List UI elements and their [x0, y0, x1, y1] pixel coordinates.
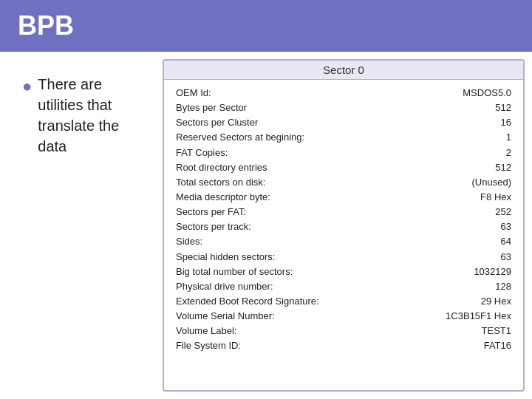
row-value: 63	[423, 250, 511, 265]
table-row: File System ID:FAT16	[176, 338, 511, 353]
table-row: FAT Copies:2	[176, 146, 511, 160]
row-label: Reserved Sectors at begining:	[176, 130, 423, 145]
row-label: Sides:	[176, 234, 423, 249]
row-label: Extended Boot Record Signature:	[176, 294, 423, 309]
row-value: F8 Hex	[423, 190, 511, 205]
table-row: Sectors per FAT:252	[176, 205, 511, 219]
table-row: Volume Serial Number:1C3B15F1 Hex	[176, 309, 511, 324]
row-label: Physical drive number:	[176, 279, 423, 294]
table-row: Physical drive number:128	[176, 279, 511, 294]
bpb-table: OEM Id:MSDOS5.0Bytes per Sector512Sector…	[164, 80, 523, 390]
content-area: ● There are utilities that translate the…	[0, 52, 532, 399]
row-value: 29 Hex	[423, 294, 511, 309]
table-row: Total sectors on disk:(Unused)	[176, 175, 511, 190]
sector-label: Sector 0	[164, 61, 523, 80]
row-value: FAT16	[423, 338, 511, 353]
table-row: Volume Label:TEST1	[176, 324, 511, 338]
row-label: Sectors per track:	[176, 219, 423, 234]
table-row: Big total number of sectors:1032129	[176, 265, 511, 279]
row-label: File System ID:	[176, 338, 423, 353]
row-label: Media descriptor byte:	[176, 190, 423, 205]
bullet-text: There are utilities that translate the d…	[38, 74, 148, 157]
row-label: Total sectors on disk:	[176, 175, 423, 190]
row-value: 1C3B15F1 Hex	[423, 309, 511, 324]
right-panel: Sector 0 OEM Id:MSDOS5.0Bytes per Sector…	[163, 59, 525, 392]
bullet-item: ● There are utilities that translate the…	[22, 74, 148, 157]
page-title: BPB	[18, 10, 74, 41]
row-label: Volume Label:	[176, 324, 423, 338]
row-value: 512	[423, 100, 511, 115]
row-value: 1032129	[423, 265, 511, 279]
table-row: Special hidden sectors:63	[176, 250, 511, 265]
row-value: 512	[423, 160, 511, 175]
row-value: 63	[423, 219, 511, 234]
bullet-icon: ●	[22, 75, 32, 98]
row-value: 64	[423, 234, 511, 249]
row-label: Big total number of sectors:	[176, 265, 423, 279]
row-label: FAT Copies:	[176, 146, 423, 160]
table-row: Bytes per Sector512	[176, 100, 511, 115]
header-bar: BPB	[0, 0, 532, 52]
table-row: OEM Id:MSDOS5.0	[176, 86, 511, 100]
row-value: MSDOS5.0	[423, 86, 511, 100]
row-label: Bytes per Sector	[176, 100, 423, 115]
row-value: 128	[423, 279, 511, 294]
row-value: 2	[423, 146, 511, 160]
row-label: OEM Id:	[176, 86, 423, 100]
row-value: 1	[423, 130, 511, 145]
row-value: (Unused)	[423, 175, 511, 190]
row-label: Sectors per Cluster	[176, 115, 423, 130]
table-row: Root directory entries512	[176, 160, 511, 175]
table-row: Sectors per Cluster16	[176, 115, 511, 130]
slide: BPB ● There are utilities that translate…	[0, 0, 532, 399]
table-row: Sides:64	[176, 234, 511, 249]
row-value: 252	[423, 205, 511, 219]
row-label: Volume Serial Number:	[176, 309, 423, 324]
table-row: Media descriptor byte:F8 Hex	[176, 190, 511, 205]
row-label: Sectors per FAT:	[176, 205, 423, 219]
row-label: Special hidden sectors:	[176, 250, 423, 265]
row-value: 16	[423, 115, 511, 130]
table-row: Reserved Sectors at begining:1	[176, 130, 511, 145]
row-label: Root directory entries	[176, 160, 423, 175]
row-value: TEST1	[423, 324, 511, 338]
table-row: Extended Boot Record Signature:29 Hex	[176, 294, 511, 309]
table-row: Sectors per track:63	[176, 219, 511, 234]
left-panel: ● There are utilities that translate the…	[7, 59, 155, 392]
